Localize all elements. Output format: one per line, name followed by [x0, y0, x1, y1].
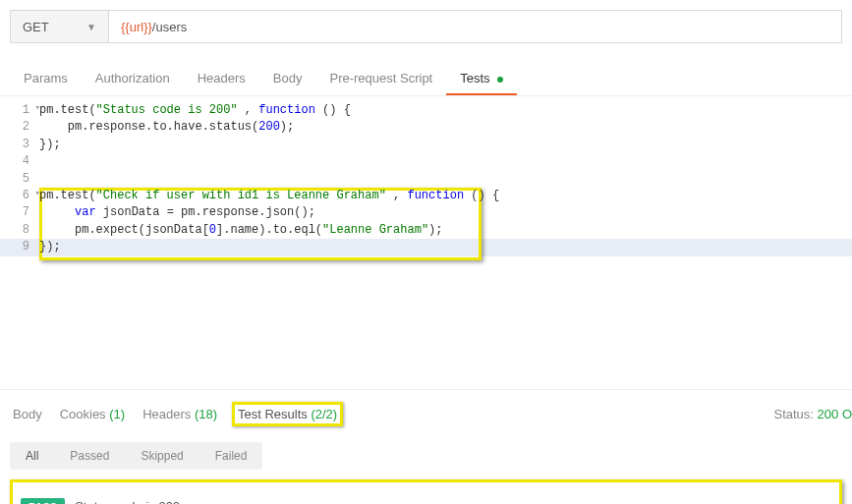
- line-number: 7: [0, 204, 39, 221]
- code-content[interactable]: [39, 171, 852, 188]
- filter-skipped[interactable]: Skipped: [125, 442, 199, 470]
- code-content[interactable]: });: [39, 137, 852, 153]
- line-number: 3: [0, 137, 39, 153]
- tab-tests[interactable]: Tests: [446, 63, 517, 95]
- response-tabs: Body Cookies (1) Headers (18) Test Resul…: [0, 390, 852, 438]
- line-number: 4: [0, 153, 39, 170]
- code-line[interactable]: 9});: [0, 239, 852, 255]
- code-line[interactable]: 4: [0, 153, 852, 170]
- code-content[interactable]: pm.test("Status code is 200" , function …: [39, 102, 852, 119]
- code-content[interactable]: pm.response.to.have.status(200);: [39, 119, 852, 136]
- code-content[interactable]: var jsonData = pm.response.json();: [39, 204, 852, 221]
- code-line[interactable]: 1▾pm.test("Status code is 200" , functio…: [0, 102, 852, 119]
- code-line[interactable]: 3});: [0, 137, 852, 153]
- line-number: 2: [0, 119, 39, 136]
- test-result-label: Status code is 200: [75, 499, 180, 504]
- response-status: Status: 200 O: [773, 407, 852, 421]
- line-number: 5: [0, 171, 39, 188]
- line-number: 6▾: [0, 188, 39, 204]
- http-method-value: GET: [23, 20, 49, 34]
- resp-tab-cookies[interactable]: Cookies (1): [57, 405, 128, 423]
- filter-all[interactable]: All: [10, 442, 54, 470]
- filter-failed[interactable]: Failed: [199, 442, 263, 470]
- code-content[interactable]: [39, 153, 852, 170]
- tab-params[interactable]: Params: [10, 63, 82, 95]
- modified-indicator-icon: [497, 77, 503, 83]
- line-number: 8: [0, 222, 39, 239]
- tab-prerequest[interactable]: Pre-request Script: [315, 63, 446, 95]
- code-content[interactable]: pm.test("Check if user with id1 is Leann…: [39, 188, 852, 204]
- line-number: 9: [0, 239, 39, 255]
- url-variable: {{url}}: [121, 20, 152, 34]
- code-line[interactable]: 6▾pm.test("Check if user with id1 is Lea…: [0, 188, 852, 204]
- code-editor[interactable]: 1▾pm.test("Status code is 200" , functio…: [0, 96, 852, 276]
- resp-tab-headers[interactable]: Headers (18): [140, 405, 220, 423]
- resp-tab-test-results[interactable]: Test Results (2/2): [232, 402, 343, 426]
- request-bar: GET ▼ {{url}}/users: [0, 0, 852, 43]
- result-filter-tabs: All Passed Skipped Failed: [10, 442, 262, 470]
- url-input[interactable]: {{url}}/users: [108, 10, 842, 43]
- test-results-list: PASSStatus code is 200PASSCheck if user …: [10, 479, 842, 504]
- url-path: /users: [152, 20, 187, 34]
- code-line[interactable]: 7 var jsonData = pm.response.json();: [0, 204, 852, 221]
- tab-body[interactable]: Body: [259, 63, 316, 95]
- chevron-down-icon: ▼: [86, 22, 96, 32]
- tab-headers[interactable]: Headers: [184, 63, 259, 95]
- code-content[interactable]: });: [39, 239, 852, 255]
- http-method-select[interactable]: GET ▼: [10, 10, 108, 43]
- response-section: Body Cookies (1) Headers (18) Test Resul…: [0, 389, 852, 504]
- request-tabs: Params Authorization Headers Body Pre-re…: [0, 43, 852, 96]
- pass-badge: PASS: [21, 498, 65, 504]
- line-number: 1▾: [0, 102, 39, 119]
- code-line[interactable]: 5: [0, 171, 852, 188]
- code-line[interactable]: 2 pm.response.to.have.status(200);: [0, 119, 852, 136]
- tab-authorization[interactable]: Authorization: [82, 63, 184, 95]
- code-content[interactable]: pm.expect(jsonData[0].name).to.eql("Lean…: [39, 222, 852, 239]
- code-line[interactable]: 8 pm.expect(jsonData[0].name).to.eql("Le…: [0, 222, 852, 239]
- test-result-row: PASSStatus code is 200: [21, 490, 831, 504]
- resp-tab-body[interactable]: Body: [10, 405, 45, 423]
- filter-passed[interactable]: Passed: [54, 442, 125, 470]
